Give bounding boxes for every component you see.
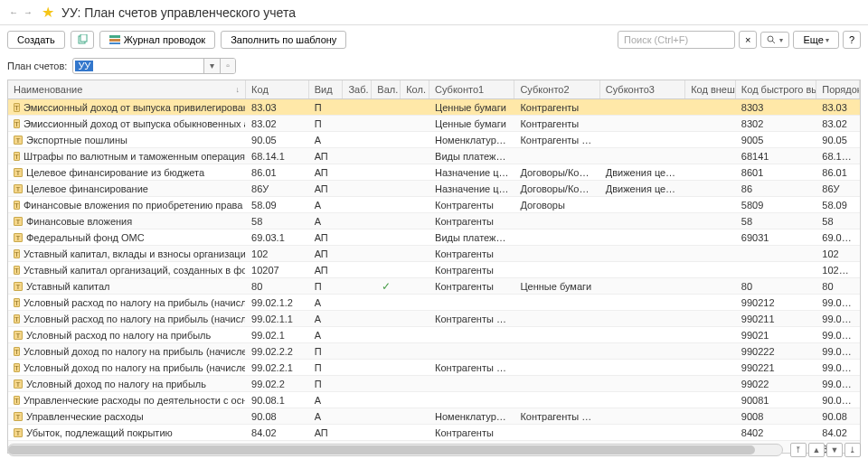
t-marker-icon: T — [14, 184, 23, 193]
fill-button[interactable]: Заполнить по шаблону — [221, 31, 346, 49]
table-row[interactable]: TУставный капитал организаций, созданных… — [8, 262, 860, 278]
col-name[interactable]: Наименование↓ — [8, 80, 246, 98]
back-button[interactable]: ← — [7, 6, 20, 19]
table-row[interactable]: TУсловный доход по налогу на прибыль (на… — [8, 343, 860, 360]
t-marker-icon: T — [14, 331, 23, 340]
svg-rect-2 — [109, 35, 120, 38]
search-go-button[interactable]: ▾ — [760, 32, 789, 48]
t-marker-icon: T — [14, 379, 23, 389]
table-row[interactable]: TЭмиссионный доход от выпуска привилегир… — [8, 99, 860, 116]
t-marker-icon: T — [14, 396, 20, 405]
table-row[interactable]: TЦелевое финансирование86УАПНазначение ц… — [8, 181, 860, 197]
svg-rect-3 — [109, 39, 120, 42]
hscrollbar[interactable] — [7, 444, 783, 456]
nav-first-button[interactable]: ⤒ — [790, 443, 807, 457]
table-row[interactable]: TЦелевое финансирование из бюджета86.01А… — [8, 164, 860, 181]
filter-open-icon[interactable]: ▫ — [220, 59, 235, 73]
sort-desc-icon: ↓ — [236, 85, 241, 94]
table-row[interactable]: TУсловный расход по налогу на прибыль (н… — [8, 311, 860, 327]
table-row[interactable]: TУправленческие расходы90.08АНоменклатур… — [8, 408, 860, 425]
t-marker-icon: T — [14, 249, 20, 258]
col-code[interactable]: Код — [246, 80, 309, 98]
table-row[interactable]: TФедеральный фонд ОМС69.03.1АПВиды плате… — [8, 230, 860, 246]
search-input[interactable]: Поиск (Ctrl+F) — [618, 31, 735, 49]
col-val[interactable]: Вал. — [372, 80, 401, 98]
copy-button[interactable] — [71, 31, 94, 49]
nav-up-button[interactable]: ▲ — [808, 443, 825, 457]
t-marker-icon: T — [14, 119, 20, 128]
t-marker-icon: T — [14, 347, 20, 356]
table-row[interactable]: TУсловный доход по налогу на прибыль (на… — [8, 360, 860, 376]
filter-label: План счетов: — [7, 61, 67, 71]
t-marker-icon: T — [14, 233, 23, 242]
grid-body[interactable]: TЭмиссионный доход от выпуска привилегир… — [8, 99, 860, 453]
forward-button[interactable]: → — [22, 6, 34, 19]
t-marker-icon: T — [14, 103, 20, 112]
t-marker-icon: T — [14, 217, 23, 226]
journal-button[interactable]: Журнал проводок — [99, 31, 215, 49]
create-button[interactable]: Создать — [7, 31, 65, 49]
filter-input[interactable]: УУ ▾ ▫ — [72, 58, 236, 74]
t-marker-icon: T — [14, 314, 20, 323]
col-order[interactable]: Порядок — [816, 80, 860, 98]
table-row[interactable]: TФинансовые вложения58АКонтрагенты5858 — [8, 213, 860, 230]
table-row[interactable]: TШтрафы по валютным и таможенным операци… — [8, 148, 860, 164]
table-row[interactable]: TУсловный расход по налогу на прибыль99.… — [8, 327, 860, 343]
table-row[interactable]: TУбыток, подлежащий покрытию84.02АПКонтр… — [8, 425, 860, 441]
filter-row: План счетов: УУ ▾ ▫ — [0, 54, 868, 78]
t-marker-icon: T — [14, 152, 20, 161]
grid-header: Наименование↓ Код Вид Заб. Вал. Кол. Суб… — [8, 80, 860, 99]
col-sub3[interactable]: Субконто3 — [600, 80, 685, 98]
col-zab[interactable]: Заб. — [343, 80, 372, 98]
t-marker-icon: T — [14, 282, 23, 291]
col-type[interactable]: Вид — [309, 80, 344, 98]
table-row[interactable]: TУправленческие расходы по деятельности … — [8, 392, 860, 408]
grid: Наименование↓ Код Вид Заб. Вал. Кол. Суб… — [7, 80, 861, 454]
nav-down-button[interactable]: ▼ — [826, 443, 843, 457]
col-qty[interactable]: Кол. — [401, 80, 429, 98]
col-sub1[interactable]: Субконто1 — [429, 80, 514, 98]
table-row[interactable]: TУставный капитал, вклады и взносы орган… — [8, 246, 860, 262]
search-clear-button[interactable]: × — [739, 31, 757, 49]
table-row[interactable]: TУсловный расход по налогу на прибыль (н… — [8, 295, 860, 311]
t-marker-icon: T — [14, 168, 23, 177]
nav-arrows: ← → — [7, 6, 34, 19]
col-fast[interactable]: Код быстрого выбора — [736, 80, 816, 98]
table-row[interactable]: TФинансовые вложения по приобретению пра… — [8, 197, 860, 213]
page-title: УУ: План счетов управленческого учета — [61, 5, 296, 20]
nav-last-button[interactable]: ⤓ — [844, 443, 861, 457]
titlebar: ← → ★ УУ: План счетов управленческого уч… — [0, 0, 868, 25]
t-marker-icon: T — [14, 136, 23, 145]
table-row[interactable]: TУсловный доход по налогу на прибыль99.0… — [8, 376, 860, 392]
col-sub2[interactable]: Субконто2 — [514, 80, 599, 98]
t-marker-icon: T — [14, 298, 20, 307]
t-marker-icon: T — [14, 201, 20, 210]
col-ext[interactable]: Код внешний — [685, 80, 736, 98]
svg-rect-4 — [109, 42, 120, 44]
t-marker-icon: T — [14, 266, 20, 275]
svg-rect-1 — [80, 34, 87, 42]
t-marker-icon: T — [14, 412, 23, 421]
toolbar: Создать Журнал проводок Заполнить по шаб… — [0, 25, 868, 54]
table-row[interactable]: TЭкспортные пошлины90.05АНоменклатурные … — [8, 132, 860, 148]
t-marker-icon: T — [14, 363, 20, 372]
hscroll-thumb[interactable] — [8, 445, 755, 454]
table-row[interactable]: TЭмиссионный доход от выпуска обыкновенн… — [8, 116, 860, 132]
footer: ⤒ ▲ ▼ ⤓ — [0, 441, 868, 459]
filter-dropdown-icon[interactable]: ▾ — [203, 59, 220, 73]
more-button[interactable]: Еще ▾ — [793, 31, 838, 49]
table-row[interactable]: TУставный капитал80П✓КонтрагентыЦенные б… — [8, 278, 860, 295]
star-icon[interactable]: ★ — [42, 4, 54, 21]
svg-line-6 — [772, 41, 775, 43]
t-marker-icon: T — [14, 428, 23, 437]
help-button[interactable]: ? — [843, 31, 861, 49]
